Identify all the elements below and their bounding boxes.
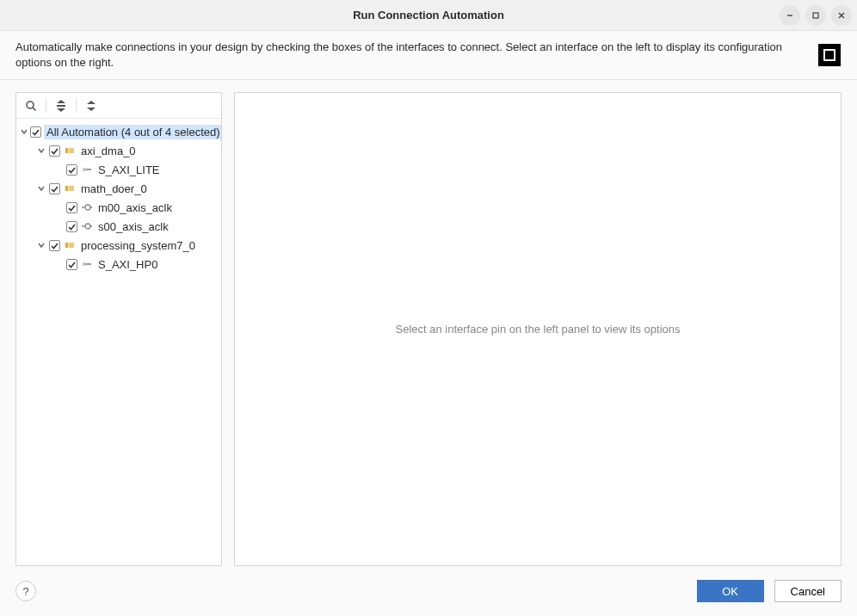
header-description: Automatically make connections in your d… xyxy=(15,40,807,71)
ok-button[interactable]: OK xyxy=(697,580,764,602)
svg-rect-17 xyxy=(83,168,86,171)
svg-rect-30 xyxy=(86,263,91,265)
svg-marker-7 xyxy=(825,51,834,59)
tree-node-label: axi_dma_0 xyxy=(78,144,139,158)
svg-line-9 xyxy=(33,108,36,111)
svg-rect-29 xyxy=(83,262,86,266)
tree-row[interactable]: m00_axis_aclk xyxy=(16,198,221,217)
svg-marker-13 xyxy=(87,101,96,104)
tree-row[interactable]: s00_axis_aclk xyxy=(16,217,221,236)
svg-marker-14 xyxy=(87,108,96,111)
svg-rect-11 xyxy=(57,105,65,107)
svg-rect-19 xyxy=(65,186,68,191)
checkbox[interactable] xyxy=(66,164,77,176)
tree-row[interactable]: axi_dma_0 xyxy=(16,141,221,160)
interface-pin-icon xyxy=(81,258,93,270)
tree-row[interactable]: S_AXI_LITE xyxy=(16,160,221,179)
clock-pin-icon xyxy=(81,201,93,213)
svg-rect-27 xyxy=(65,243,68,248)
tree-row[interactable]: processing_system7_0 xyxy=(16,236,221,255)
toolbar-separator xyxy=(46,99,46,113)
svg-marker-12 xyxy=(57,108,65,112)
minimize-button[interactable] xyxy=(780,5,800,26)
tree-node-label: math_doer_0 xyxy=(78,182,150,196)
svg-point-8 xyxy=(27,102,34,108)
checkbox[interactable] xyxy=(66,221,77,232)
tree-leaf-label: m00_axis_aclk xyxy=(96,200,175,215)
tree-node-label: processing_system7_0 xyxy=(78,238,198,253)
chevron-down-icon[interactable] xyxy=(35,146,47,155)
checkbox[interactable] xyxy=(66,202,77,213)
ip-block-icon xyxy=(64,182,76,194)
interface-tree[interactable]: All Automation (4 out of 4 selected)axi_… xyxy=(16,119,221,565)
svg-rect-28 xyxy=(69,243,74,248)
collapse-all-icon[interactable] xyxy=(52,96,71,115)
toolbar-separator xyxy=(76,99,77,113)
checkbox[interactable] xyxy=(49,183,60,194)
tree-row[interactable]: All Automation (4 out of 4 selected) xyxy=(16,122,221,141)
chevron-down-icon[interactable] xyxy=(20,127,28,136)
window-controls xyxy=(780,5,852,26)
clock-pin-icon xyxy=(81,220,93,232)
checkbox[interactable] xyxy=(66,259,77,270)
search-icon[interactable] xyxy=(22,96,40,115)
options-placeholder: Select an interface pin on the left pane… xyxy=(396,323,681,336)
expand-all-icon[interactable] xyxy=(82,96,101,115)
tree-row[interactable]: S_AXI_HP0 xyxy=(16,255,221,274)
tree-leaf-label: s00_axis_aclk xyxy=(96,219,171,234)
help-button[interactable]: ? xyxy=(15,581,36,601)
window-title: Run Connection Automation xyxy=(353,9,504,22)
ip-block-icon xyxy=(64,239,76,251)
tree-leaf-label: S_AXI_HP0 xyxy=(96,257,160,272)
svg-rect-20 xyxy=(69,186,74,191)
svg-rect-15 xyxy=(65,148,68,153)
tree-leaf-label: S_AXI_LITE xyxy=(96,163,163,177)
tree-row[interactable]: math_doer_0 xyxy=(16,179,221,198)
chevron-down-icon[interactable] xyxy=(35,184,47,193)
tree-panel: All Automation (4 out of 4 selected)axi_… xyxy=(15,92,222,566)
options-panel: Select an interface pin on the left pane… xyxy=(234,92,842,566)
maximize-button[interactable] xyxy=(805,5,826,26)
footer: ? OK Cancel xyxy=(0,575,857,616)
svg-point-22 xyxy=(85,205,90,210)
amd-logo-icon xyxy=(817,43,842,67)
interface-pin-icon xyxy=(81,163,93,176)
titlebar: Run Connection Automation xyxy=(0,0,857,31)
checkbox[interactable] xyxy=(30,126,41,138)
tree-root-label: All Automation (4 out of 4 selected) xyxy=(44,125,221,139)
svg-point-25 xyxy=(85,224,90,229)
svg-marker-10 xyxy=(57,100,65,103)
svg-rect-18 xyxy=(86,169,91,170)
cancel-button[interactable]: Cancel xyxy=(774,580,842,602)
checkbox[interactable] xyxy=(49,240,60,251)
chevron-down-icon[interactable] xyxy=(35,241,47,249)
checkbox[interactable] xyxy=(49,145,60,157)
ip-block-icon xyxy=(64,145,76,157)
body: All Automation (4 out of 4 selected)axi_… xyxy=(0,80,857,575)
close-button[interactable] xyxy=(831,5,852,26)
svg-rect-1 xyxy=(813,13,818,18)
tree-toolbar xyxy=(16,93,221,119)
header: Automatically make connections in your d… xyxy=(0,31,857,80)
svg-rect-16 xyxy=(69,148,74,153)
